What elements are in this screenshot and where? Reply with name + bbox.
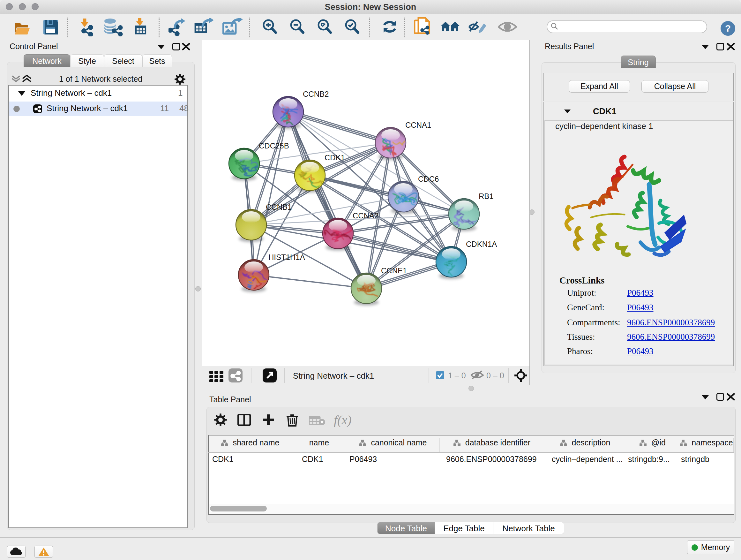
svg-text:HIST1H1A: HIST1H1A bbox=[268, 253, 305, 261]
svg-text:CDC6: CDC6 bbox=[418, 175, 439, 183]
svg-text:CCNA1: CCNA1 bbox=[405, 121, 431, 129]
svg-text:CCNA2: CCNA2 bbox=[353, 211, 379, 220]
svg-text:RB1: RB1 bbox=[479, 192, 494, 200]
svg-text:CDK1: CDK1 bbox=[325, 153, 345, 162]
svg-text:CCNB2: CCNB2 bbox=[303, 90, 329, 98]
svg-text:CDC25B: CDC25B bbox=[259, 141, 289, 150]
svg-text:CDKN1A: CDKN1A bbox=[466, 240, 497, 248]
svg-text:CCNB1: CCNB1 bbox=[266, 203, 292, 211]
svg-text:CCNE1: CCNE1 bbox=[381, 266, 407, 275]
